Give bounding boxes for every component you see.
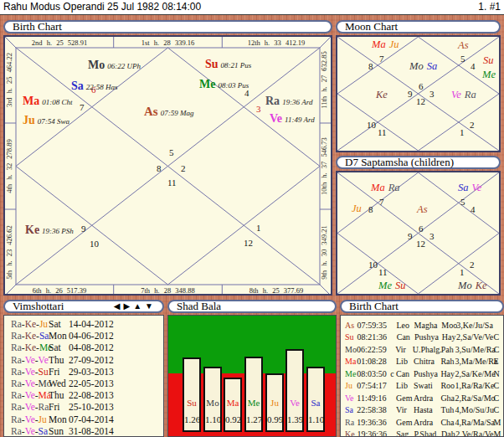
ascendant: As [458, 39, 469, 52]
planet-jupiter: Ju07:54 Swa [23, 112, 69, 127]
house-number: 4 [471, 204, 476, 214]
bar-sa: Sa1.10 [306, 367, 325, 432]
house-number: 8 [157, 163, 162, 173]
birth-chart-area: 2nd h. 25 528.91 1st h. 28 339.16 12th h… [3, 35, 332, 296]
astrology-app-window: { "title_bar": {"title": "Rahu Modus Ope… [0, 0, 504, 437]
house-number: 1 [460, 127, 465, 137]
planet-mercury: Me08:03 Pus [199, 76, 249, 91]
house-planets: MoKe [458, 280, 487, 292]
dasha-row[interactable]: Ra-Ve-SaSun31-08-2014 [4, 426, 163, 437]
dasha-row[interactable]: Ra-Ve-MaThu22-08-2013 [4, 390, 163, 402]
dasha-row[interactable]: Ra-Ve-SuFri29-03-2013 [4, 367, 163, 378]
dasha-row[interactable]: Ra-Ke-SaMon04-06-2012 [4, 331, 163, 342]
up-icon[interactable]: ▲ [133, 301, 145, 311]
house-strip-label: 9th h. 30 349.21 [320, 209, 331, 296]
planet-saturn: Sa22:58 Has [71, 78, 118, 93]
house-number: 5 [460, 197, 465, 207]
table-row: Sa22:58:38VirHastaTuh4,Mo/Su/JuC [341, 405, 503, 417]
house-strip-label: 4th h. 32 278.89 [5, 123, 16, 209]
bar-mo: Mo1.10 [203, 367, 222, 432]
vimshottari-header[interactable]: Vimshottari ◀▶▲▼ [3, 300, 164, 313]
prev-icon[interactable]: ◀ [114, 301, 124, 311]
ascendant: As [417, 203, 428, 216]
house-number: 10 [90, 239, 99, 249]
house-number: 11 [378, 127, 387, 137]
positions-table-panel: Birth Chart As07:59:35LeoMaghaMoo3,Ke/Ju… [340, 300, 504, 437]
house-planets: MaJu [372, 39, 399, 51]
table-row: Ve11:49:16GemArdraGha2,Ra/Sa/MoC [341, 393, 503, 405]
ascendant: As07:59 Mag [144, 104, 193, 119]
house-number: 1 [460, 267, 465, 277]
house-number: 12 [416, 239, 425, 249]
house-planets: MoSa [409, 60, 437, 73]
house-number: 3 [429, 231, 435, 241]
table-row: Mo06:22:59VirU.Phalg.Pah3,Su/Me/RaC [341, 345, 503, 357]
house-number: 1 [256, 223, 261, 233]
dasha-row[interactable]: Ra-Ke-JuSat14-04-2012 [4, 319, 163, 331]
window-title: Rahu Modus Operandi 25 Jul 1982 08:14:00 [3, 0, 201, 14]
dasha-row[interactable]: Ra-Ve-MoWed22-05-2013 [4, 378, 163, 390]
house-number: 7 [379, 197, 384, 207]
house-planets: SaVe [458, 182, 481, 194]
d7-saptamsha-header[interactable]: D7 Saptamsha (children) [336, 156, 501, 169]
house-number: 12 [244, 238, 253, 248]
table-row: Ke19:36:36SagP.Shad.Dah2,Ve/Ra/VeM [341, 429, 503, 437]
positions-table: As07:59:35LeoMaghaMoo3,Ke/Ju/Sa Su08:21:… [340, 315, 504, 437]
next-icon[interactable]: ▶ [123, 301, 133, 311]
house-planets: Su [483, 54, 494, 67]
bar-ve: Ve1.39 [285, 349, 304, 432]
house-planets: MaRa [371, 182, 400, 194]
planet-venus: Ve11:49 Ard [270, 111, 315, 126]
house-number: 6 [419, 81, 424, 91]
vimshottari-list: Ra-Ke-JuSat14-04-2012 Ra-Ke-SaMon04-06-2… [3, 315, 164, 437]
dasha-row[interactable]: Ra-Ve-RaFri25-10-2013 [4, 402, 163, 414]
house-strip-label: 5th h. 23 426.62 [5, 209, 16, 296]
house-number: 2 [181, 163, 186, 173]
house-number: 3 [256, 104, 261, 114]
house-number: 6 [419, 224, 424, 234]
house-number: 8 [368, 61, 373, 71]
table-row: Ra19:36:36GemArdraCha4,Ra/Ma/SaM [341, 418, 503, 429]
positions-table-header[interactable]: Birth Chart [340, 300, 504, 313]
dasha-row[interactable]: Ra-Ke-MeSat04-08-2012 [4, 342, 163, 354]
house-number: 7 [80, 102, 85, 112]
vimshottari-nav: ◀▶▲▼ [114, 301, 157, 311]
birth-chart-header[interactable]: Birth Chart [3, 20, 332, 33]
house-planets: VeRa [451, 89, 476, 101]
moon-chart-header[interactable]: Moon Chart [336, 20, 501, 33]
title-bar: Rahu Modus Operandi 25 Jul 1982 08:14:00… [0, 0, 504, 15]
house-number: 12 [416, 96, 425, 106]
house-number: 2 [470, 260, 475, 270]
house-number: 7 [379, 54, 384, 64]
page-indicator: 1. #1 [478, 0, 501, 14]
house-number: 5 [169, 147, 174, 157]
d7-saptamsha-panel: D7 Saptamsha (children) MaRa SaVe Ju As … [336, 156, 501, 296]
shad-bala-panel: Shad Bala Su1.26 Mo1.10 Ma0.92 Me1.27 Ju… [167, 300, 337, 437]
moon-chart-panel: Moon Chart MaJu As MoSa Su Me Ke VeRa 7 … [336, 20, 501, 152]
house-number: 10 [368, 260, 378, 270]
moon-chart-area: MaJu As MoSa Su Me Ke VeRa 7 8 5 4 6 9 3… [336, 35, 501, 152]
table-row: Me08:03:50cCanPushyaHay2,Sa/Ke/MeN [341, 369, 503, 381]
planet-moon: Mo06:22 UPh [88, 57, 141, 72]
north-indian-chart-lines [5, 37, 331, 296]
house-number: 9 [81, 224, 86, 234]
house-strip-label: 7th h. 28 348.88 [114, 286, 222, 295]
dasha-row[interactable]: Ra-Ve-JuMon07-04-2014 [4, 414, 163, 426]
shad-bala-header[interactable]: Shad Bala [167, 300, 337, 313]
house-number: 10 [367, 120, 376, 130]
house-strip-label: 12th h. 33 412.19 [223, 39, 331, 47]
house-planets: Ke [376, 89, 388, 101]
house-strip-label: 3rd h. 25 464.22 [5, 37, 16, 123]
bar-su: Su1.26 [183, 357, 201, 432]
house-planets: Ju [352, 203, 362, 215]
planet-mars: Ma01:08 Cht [23, 93, 72, 108]
down-icon[interactable]: ▼ [145, 301, 157, 311]
house-number: 11 [378, 267, 388, 277]
table-row: Su08:21:36CanPushyaHay2,Sa/Ve/VeC [341, 332, 503, 344]
house-planets: MeSu [378, 280, 405, 292]
table-row: Ju07:54:17LibSwatiRoo1,Ra/Ra/KeC [341, 381, 503, 393]
dasha-row[interactable]: Ra-Ve-VeThu27-09-2012 [4, 355, 163, 367]
house-number: 9 [408, 231, 413, 241]
bar-ju: Ju0.99 [265, 373, 284, 432]
table-row: As07:59:35LeoMaghaMoo3,Ke/Ju/Sa [341, 321, 503, 332]
